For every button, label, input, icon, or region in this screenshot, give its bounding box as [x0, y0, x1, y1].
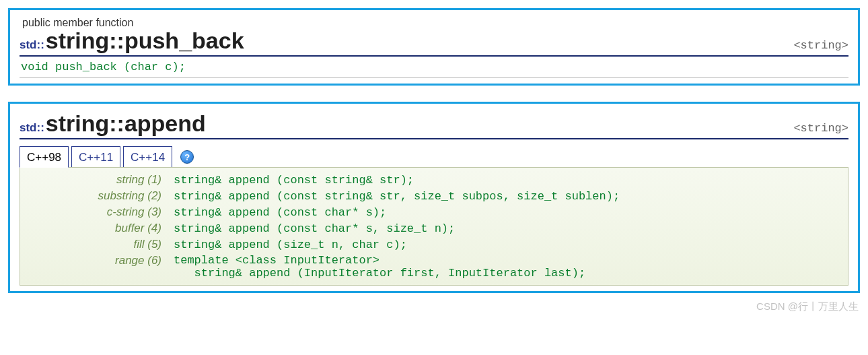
overload-label: buffer (4)	[20, 222, 161, 235]
overload-label: substring (2)	[20, 189, 161, 203]
standard-tabs: C++98 C++11 C++14 ?	[20, 146, 848, 168]
overload-signature: string& append (const string& str, size_…	[174, 190, 841, 203]
title-row: std:: string::append <string>	[20, 110, 848, 139]
reference-panel-append: std:: string::append <string> C++98 C++1…	[8, 102, 860, 293]
overload-list: string (1) string& append (const string&…	[20, 167, 848, 286]
overload-signature: string& append (const char* s, size_t n)…	[174, 222, 841, 235]
overload-row: fill (5) string& append (size_t n, char …	[20, 236, 841, 253]
overload-signature: string& append (size_t n, char c);	[174, 238, 841, 251]
tab-cpp11[interactable]: C++11	[71, 146, 120, 168]
header-tag: <string>	[793, 39, 848, 52]
header-tag: <string>	[793, 122, 848, 135]
overload-row: string (1) string& append (const string&…	[20, 172, 841, 188]
namespace-label: std::	[20, 121, 44, 135]
function-name: string::append	[46, 110, 206, 137]
title-left: std:: string::push_back	[20, 28, 244, 54]
function-signature: void push_back (char c);	[20, 57, 848, 78]
namespace-label: std::	[20, 38, 44, 52]
overload-label: fill (5)	[20, 238, 161, 251]
overload-signature: template <class InputIterator> string& a…	[174, 254, 841, 280]
help-icon[interactable]: ?	[180, 150, 194, 164]
tab-cpp14[interactable]: C++14	[123, 146, 172, 168]
overload-label: range (6)	[20, 254, 161, 267]
overload-row: substring (2) string& append (const stri…	[20, 188, 841, 204]
overload-row: buffer (4) string& append (const char* s…	[20, 220, 841, 236]
title-left: std:: string::append	[20, 110, 206, 137]
reference-panel-push-back: public member function std:: string::pus…	[8, 8, 860, 86]
function-name: string::push_back	[46, 28, 244, 54]
overload-signature: string& append (const char* s);	[174, 206, 841, 219]
overload-row: c-string (3) string& append (const char*…	[20, 204, 841, 220]
overload-label: c-string (3)	[20, 205, 161, 219]
overload-label: string (1)	[20, 173, 161, 187]
title-row: std:: string::push_back <string>	[20, 28, 848, 57]
overload-row: range (6) template <class InputIterator>…	[20, 253, 841, 281]
watermark: CSDN @行丨万里人生	[756, 300, 859, 313]
tab-cpp98[interactable]: C++98	[20, 146, 69, 168]
overload-signature: string& append (const string& str);	[174, 174, 841, 187]
